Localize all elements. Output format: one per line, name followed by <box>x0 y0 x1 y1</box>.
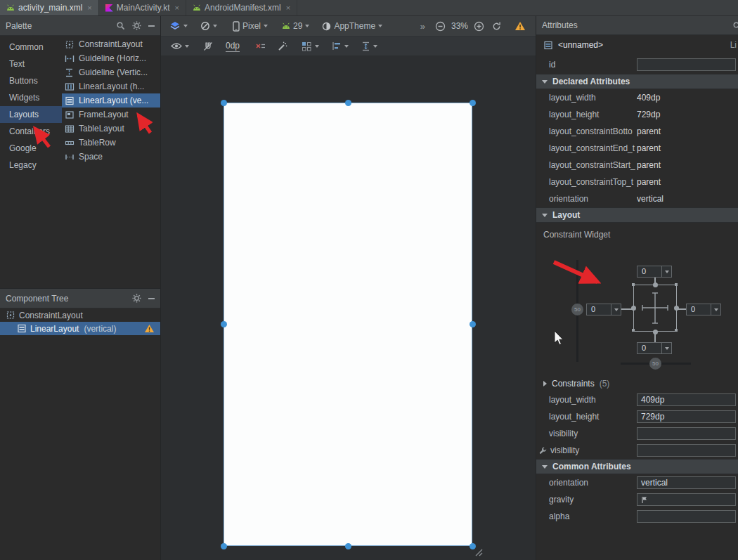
framelayout-icon <box>65 110 75 119</box>
autoconnect-toggle[interactable] <box>203 41 213 51</box>
toolbar-overflow-button[interactable]: » <box>420 21 425 32</box>
design-surface[interactable] <box>161 56 536 560</box>
resize-handle-bottom-center[interactable] <box>345 543 351 549</box>
category-text[interactable]: Text <box>0 56 62 72</box>
section-declared-attributes[interactable]: Declared Attributes <box>536 74 738 89</box>
tree-item-constraintlayout[interactable]: ConstraintLayout <box>0 308 160 322</box>
category-google[interactable]: Google <box>0 140 62 157</box>
blueprint-mode-button[interactable] <box>200 21 217 31</box>
anchor-right[interactable] <box>674 306 679 311</box>
attr-value[interactable]: parent <box>637 143 738 153</box>
layout-width-input[interactable]: 409dp <box>637 393 736 406</box>
default-margin-value: 0dp <box>226 41 240 52</box>
infer-constraints-button[interactable] <box>278 41 287 51</box>
tools-visibility-input[interactable] <box>637 444 736 457</box>
gravity-input[interactable] <box>637 493 736 506</box>
default-margin-selector[interactable]: 0dp <box>226 41 240 52</box>
margin-right-combo[interactable]: 0 <box>686 304 721 315</box>
tab-close-icon[interactable]: × <box>87 4 91 12</box>
resize-handle-top-center[interactable] <box>345 100 351 106</box>
category-widgets[interactable]: Widgets <box>0 89 62 106</box>
collapse-icon <box>542 214 548 217</box>
category-buttons[interactable]: Buttons <box>0 72 62 89</box>
resize-handle-middle-left[interactable] <box>221 321 227 327</box>
visibility-input[interactable] <box>637 427 736 440</box>
device-selector[interactable]: Pixel <box>233 21 268 32</box>
minimize-icon[interactable] <box>148 25 155 27</box>
anchor-top[interactable] <box>653 282 658 287</box>
attr-value[interactable]: 409dp <box>637 93 738 103</box>
tab-androidmanifest-xml[interactable]: AndroidManifest.xml × <box>186 0 297 15</box>
layout-height-input[interactable]: 729dp <box>637 410 736 423</box>
zoom-out-button[interactable] <box>435 21 446 32</box>
align-button[interactable] <box>332 41 349 51</box>
attr-value[interactable]: 729dp <box>637 110 738 119</box>
component-tree-header: Component Tree <box>0 289 160 308</box>
tab-activity-main-xml[interactable]: activity_main.xml × <box>0 0 99 15</box>
anchor-bottom[interactable] <box>653 330 658 334</box>
pack-button[interactable] <box>302 41 319 51</box>
clear-constraints-button[interactable] <box>255 41 266 51</box>
expand-button[interactable] <box>361 41 377 51</box>
attr-value[interactable]: parent <box>637 126 738 136</box>
palette-item-linearlayout-horizontal[interactable]: LinearLayout (h... <box>62 79 160 93</box>
tab-mainactivity-kt[interactable]: MainActivity.kt × <box>99 0 186 15</box>
palette-item-framelayout[interactable]: FrameLayout <box>62 108 160 122</box>
margin-bottom-combo[interactable]: 0 <box>637 342 672 354</box>
tab-close-icon[interactable]: × <box>286 4 290 12</box>
attr-value[interactable]: parent <box>637 177 738 187</box>
guideline-vertical-icon <box>65 68 75 77</box>
tab-close-icon[interactable]: × <box>175 4 179 12</box>
resize-handle-middle-right[interactable] <box>470 321 476 327</box>
view-options-button[interactable] <box>171 42 189 50</box>
alpha-input[interactable] <box>637 510 736 523</box>
id-input[interactable] <box>637 58 736 71</box>
resize-handle-bottom-left[interactable] <box>221 543 227 549</box>
minimize-icon[interactable] <box>148 298 155 299</box>
attr-value[interactable]: vertical <box>637 194 738 204</box>
resize-handle-top-left[interactable] <box>221 100 227 106</box>
category-common[interactable]: Common <box>0 39 62 56</box>
center-constraint-icon[interactable] <box>634 285 676 331</box>
section-common-attributes[interactable]: Common Attributes <box>536 459 738 474</box>
palette-item-label: LinearLayout (ve... <box>79 96 148 105</box>
resize-handle-top-right[interactable] <box>470 100 476 106</box>
canvas-resize-grip-icon[interactable] <box>474 548 483 556</box>
theme-selector[interactable]: AppTheme <box>322 21 382 31</box>
gear-icon[interactable] <box>132 294 141 303</box>
search-icon[interactable] <box>116 21 125 30</box>
vertical-bias-knob[interactable]: 50 <box>571 304 583 315</box>
margin-top-combo[interactable]: 0 <box>637 266 672 278</box>
horizontal-bias-knob[interactable]: 50 <box>649 358 661 370</box>
corner-mark <box>632 329 635 332</box>
palette-item-constraintlayout[interactable]: ConstraintLayout <box>62 37 160 51</box>
device-canvas[interactable] <box>224 103 472 546</box>
zoom-reset-button[interactable] <box>491 21 502 32</box>
zoom-in-button[interactable] <box>474 21 484 32</box>
design-surface-button[interactable] <box>169 21 188 31</box>
attr-name: layout_height <box>536 412 637 422</box>
category-containers[interactable]: Containers <box>0 123 62 140</box>
palette-item-space[interactable]: Space <box>62 150 160 164</box>
orientation-input[interactable]: vertical <box>637 476 736 489</box>
category-legacy[interactable]: Legacy <box>0 157 62 174</box>
expand-icon <box>543 381 547 386</box>
palette-item-guideline-horizontal[interactable]: Guideline (Horiz... <box>62 51 160 65</box>
margin-left-combo[interactable]: 0 <box>586 304 621 315</box>
render-warning-button[interactable] <box>514 21 526 31</box>
gear-icon[interactable] <box>132 21 141 30</box>
api-level-selector[interactable]: 29 <box>282 21 309 31</box>
warning-icon[interactable] <box>144 324 155 333</box>
constraints-section-toggle[interactable]: Constraints (5) <box>536 376 738 391</box>
search-icon[interactable] <box>732 21 738 30</box>
gravity-flag-icon[interactable] <box>641 496 648 504</box>
palette-item-guideline-vertical[interactable]: Guideline (Vertic... <box>62 65 160 79</box>
palette-item-tablerow[interactable]: TableRow <box>62 136 160 150</box>
anchor-left[interactable] <box>631 306 636 311</box>
palette-item-linearlayout-vertical[interactable]: LinearLayout (ve... <box>62 93 160 108</box>
attr-value[interactable]: parent <box>637 160 738 170</box>
section-layout[interactable]: Layout <box>536 207 738 223</box>
palette-item-tablelayout[interactable]: TableLayout <box>62 122 160 136</box>
category-layouts[interactable]: Layouts <box>0 106 62 123</box>
tree-item-linearlayout-vertical[interactable]: LinearLayout(vertical) <box>0 322 160 335</box>
